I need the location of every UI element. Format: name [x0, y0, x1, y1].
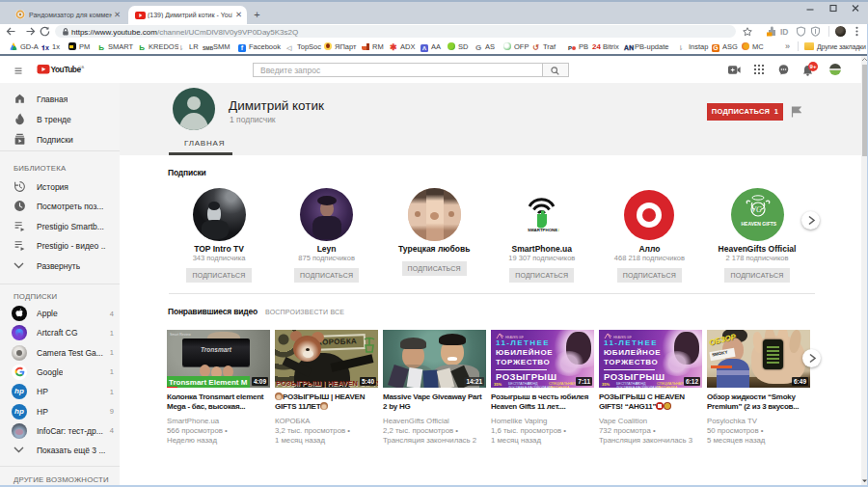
svg-text:UA: UA — [79, 65, 85, 69]
svg-text:ID: ID — [780, 27, 789, 37]
svg-text:SMARTPHONE.U: SMARTPHONE.U — [528, 228, 559, 232]
svg-text:HEAVEN GIFTS: HEAVEN GIFTS — [741, 221, 776, 227]
svg-text:VG: VG — [751, 205, 762, 214]
svg-text:YouTube: YouTube — [51, 65, 82, 74]
